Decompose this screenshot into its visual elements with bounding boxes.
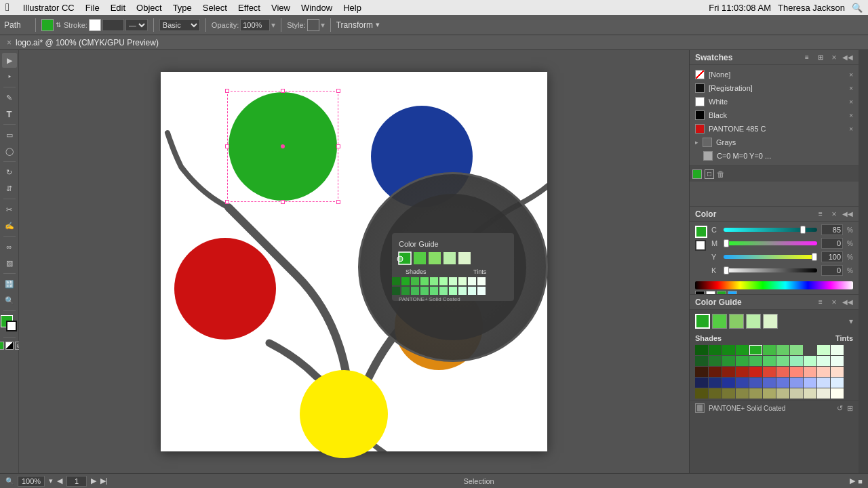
swatch-grays-sub[interactable]: C=0 M=0 Y=0 ... — [692, 149, 856, 163]
handle-tr[interactable] — [336, 89, 340, 93]
eyedropper-tool[interactable]: 🔡 — [2, 277, 17, 291]
canvas-area[interactable]: Color Guide Shades Tints — [19, 50, 689, 473]
scale-tool[interactable]: ⇵ — [2, 181, 17, 196]
color-mode-color[interactable] — [0, 342, 4, 350]
cg-cell[interactable] — [817, 367, 830, 377]
color-y-thumb[interactable] — [812, 253, 817, 261]
cg-cell[interactable] — [749, 356, 762, 366]
cg-cell[interactable] — [790, 388, 803, 399]
cg-cell[interactable] — [817, 378, 830, 388]
swatch-pantone-del[interactable]: × — [849, 125, 853, 133]
swatches-delete[interactable]: 🗑 — [717, 169, 725, 179]
cg-cell[interactable] — [790, 378, 803, 388]
swatch-none[interactable]: [None] × — [692, 68, 856, 81]
cg-cell[interactable] — [709, 378, 722, 388]
color-k-thumb[interactable] — [724, 266, 729, 274]
transform-expand-icon[interactable]: ▾ — [376, 20, 380, 29]
harmony-swatch-1[interactable] — [712, 314, 727, 329]
zoom-chevron[interactable]: ▾ — [49, 476, 53, 485]
handle-ml[interactable] — [225, 144, 229, 148]
color-m-thumb[interactable] — [724, 239, 729, 247]
fill-control[interactable]: ⇅ — [41, 19, 61, 31]
menu-item-help[interactable]: Help — [343, 3, 361, 13]
ellipse-tool[interactable]: ◯ — [2, 144, 17, 159]
cg-cell[interactable] — [790, 367, 803, 377]
swatch-pantone[interactable]: PANTONE 485 C × — [692, 122, 856, 136]
stroke-type-select[interactable]: — — [125, 19, 148, 31]
swatch-registration[interactable]: [Registration] × — [692, 81, 856, 95]
style-swatch[interactable] — [307, 19, 319, 31]
cg-cell[interactable] — [817, 345, 830, 355]
nav-end-button[interactable]: ▶| — [100, 476, 108, 485]
color-guide-close[interactable]: × — [829, 297, 840, 308]
color-panel-resize[interactable]: ◀◀ — [842, 209, 853, 220]
cg-cell[interactable] — [776, 388, 789, 399]
color-stroke-active[interactable] — [695, 240, 706, 251]
opacity-chevron[interactable]: ▾ — [271, 20, 275, 30]
color-m-track[interactable] — [724, 241, 817, 245]
harmony-swatch-4[interactable] — [763, 314, 778, 329]
menu-item-effect[interactable]: Effect — [238, 3, 260, 13]
stroke-color-box[interactable] — [6, 321, 17, 331]
color-k-input[interactable] — [821, 265, 843, 276]
cg-cell[interactable] — [831, 378, 844, 388]
cg-cell[interactable] — [709, 356, 722, 366]
stroke-width-input[interactable] — [102, 19, 124, 31]
right-scrollbar[interactable] — [859, 50, 868, 473]
color-fill-active[interactable] — [695, 226, 707, 238]
nav-next-button[interactable]: ▶ — [91, 476, 96, 485]
zoom-input[interactable] — [18, 476, 45, 487]
handle-mr[interactable] — [336, 144, 340, 148]
cg-cell[interactable] — [722, 367, 735, 377]
cg-cell[interactable] — [831, 388, 844, 399]
menu-item-object[interactable]: Object — [136, 3, 162, 13]
swatch-registration-del[interactable]: × — [849, 85, 853, 92]
status-stop-icon[interactable]: ■ — [858, 477, 863, 485]
selection-tool[interactable]: ▶ — [2, 53, 17, 68]
stroke-control[interactable]: Stroke: — — [64, 19, 148, 31]
swatch-none-del[interactable]: × — [849, 71, 853, 79]
page-input[interactable] — [66, 476, 87, 487]
color-k-track[interactable] — [724, 268, 817, 272]
pen-tool[interactable]: ✎ — [2, 90, 17, 105]
handle-bm[interactable] — [281, 200, 285, 204]
transform-button[interactable]: Transform — [336, 20, 373, 30]
menu-item-select[interactable]: Select — [203, 3, 227, 13]
color-y-input[interactable] — [821, 251, 843, 262]
cg-cell[interactable] — [804, 356, 816, 366]
cg-cell[interactable] — [709, 367, 722, 377]
cg-cell[interactable] — [763, 356, 776, 366]
fill-swatch[interactable] — [41, 19, 54, 31]
color-m-input[interactable] — [821, 238, 843, 249]
rotate-tool[interactable]: ↻ — [2, 165, 17, 180]
menu-item-window[interactable]: Window — [301, 3, 332, 13]
color-guide-resize[interactable]: ◀◀ — [842, 297, 853, 308]
cg-cell[interactable] — [776, 356, 789, 366]
search-icon[interactable]: 🔍 — [852, 3, 863, 13]
cg-cell[interactable] — [709, 345, 722, 355]
harmony-dropdown-arrow[interactable]: ▾ — [849, 317, 853, 326]
cg-cell[interactable] — [695, 388, 708, 399]
harmony-swatch-2[interactable] — [729, 314, 744, 329]
handle-bl[interactable] — [225, 200, 229, 204]
status-play-icon[interactable]: ▶ — [850, 476, 855, 485]
doc-close-button[interactable]: × — [7, 38, 12, 47]
color-c-thumb[interactable] — [800, 226, 806, 234]
color-spectrum-bar[interactable] — [695, 281, 853, 289]
cg-cell[interactable] — [722, 388, 735, 399]
swatch-black[interactable]: Black × — [692, 108, 856, 122]
rectangle-tool[interactable]: ▭ — [2, 127, 17, 142]
cg-cell[interactable] — [749, 388, 762, 399]
swatch-black-del[interactable]: × — [849, 112, 853, 119]
stroke-swatch[interactable] — [89, 19, 101, 31]
swatches-close-button[interactable]: × — [829, 52, 840, 63]
apple-menu[interactable]:  — [5, 1, 9, 14]
color-mode-gradient[interactable] — [5, 342, 14, 350]
fill-stroke-widget[interactable] — [1, 315, 18, 333]
cg-cell[interactable] — [763, 378, 776, 388]
color-c-input[interactable] — [821, 224, 843, 235]
opacity-input[interactable] — [240, 19, 270, 31]
cg-reload-icon[interactable]: ↺ — [837, 404, 843, 413]
swatch-grays-group[interactable]: ▸ Grays — [692, 136, 856, 149]
cg-cell[interactable] — [831, 367, 844, 377]
